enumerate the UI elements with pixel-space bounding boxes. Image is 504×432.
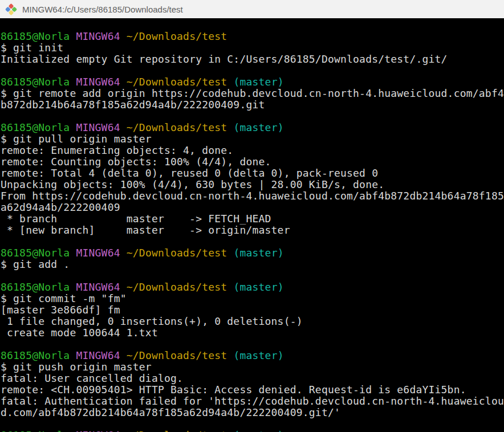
terminal-line: $ git push origin master bbox=[1, 361, 504, 373]
msys-diamond-icon bbox=[4, 2, 18, 16]
terminal-line: Unpacking objects: 100% (4/4), 630 bytes… bbox=[1, 179, 504, 190]
terminal-line: From https://codehub.devcloud.cn-north-4… bbox=[1, 190, 504, 202]
terminal-output[interactable]: 86185@Norla MINGW64 ~/Downloads/test$ gi… bbox=[0, 18, 504, 432]
terminal-line bbox=[1, 270, 504, 282]
window-title: MINGW64:/c/Users/86185/Downloads/test bbox=[22, 5, 183, 14]
terminal-line bbox=[1, 19, 504, 31]
terminal-line: remote: Counting objects: 100% (4/4), do… bbox=[1, 156, 504, 168]
terminal-line: * [new branch] master -> origin/master bbox=[1, 225, 504, 236]
terminal-line: 86185@Norla MINGW64 ~/Downloads/test (ma… bbox=[1, 282, 504, 293]
terminal-line: fatal: User cancelled dialog. bbox=[1, 373, 504, 384]
terminal-line: $ git remote add origin https://codehub.… bbox=[1, 88, 504, 99]
terminal-line: $ git commit -m "fm" bbox=[1, 293, 504, 304]
terminal-line bbox=[1, 236, 504, 247]
terminal-line: 86185@Norla MINGW64 ~/Downloads/test (ma… bbox=[1, 350, 504, 361]
terminal-line: [master 3e866df] fm bbox=[1, 304, 504, 316]
titlebar[interactable]: MINGW64:/c/Users/86185/Downloads/test bbox=[0, 0, 504, 18]
terminal-line: $ git add . bbox=[1, 259, 504, 270]
terminal-line: * branch master -> FETCH_HEAD bbox=[1, 213, 504, 225]
terminal-line: $ git pull origin master bbox=[1, 133, 504, 145]
terminal-line: remote: Enumerating objects: 4, done. bbox=[1, 145, 504, 156]
terminal-line: fatal: Authentication failed for 'https:… bbox=[1, 396, 504, 407]
terminal-line: remote: <CH.00905401> HTTP Basic: Access… bbox=[1, 384, 504, 396]
terminal-line: d.com/abf4b872db214b64a78f185a62d94a4b/2… bbox=[1, 407, 504, 418]
terminal-line: 86185@Norla MINGW64 ~/Downloads/test (ma… bbox=[1, 122, 504, 133]
terminal-line: remote: Total 4 (delta 0), reused 0 (del… bbox=[1, 168, 504, 179]
terminal-line: 86185@Norla MINGW64 ~/Downloads/test (ma… bbox=[1, 430, 504, 432]
terminal-line: create mode 100644 1.txt bbox=[1, 327, 504, 339]
terminal-line bbox=[1, 418, 504, 430]
terminal-line: a62d94a4b/222200409 bbox=[1, 202, 504, 213]
terminal-line: $ git init bbox=[1, 42, 504, 54]
terminal-line bbox=[1, 65, 504, 76]
terminal-line: b872db214b64a78f185a62d94a4b/222200409.g… bbox=[1, 99, 504, 111]
terminal-line: 86185@Norla MINGW64 ~/Downloads/test bbox=[1, 31, 504, 42]
terminal-line: 1 file changed, 0 insertions(+), 0 delet… bbox=[1, 316, 504, 327]
terminal-line bbox=[1, 111, 504, 122]
terminal-line: Initialized empty Git repository in C:/U… bbox=[1, 54, 504, 65]
terminal-line: 86185@Norla MINGW64 ~/Downloads/test (ma… bbox=[1, 76, 504, 88]
terminal-line bbox=[1, 339, 504, 350]
terminal-line: 86185@Norla MINGW64 ~/Downloads/test (ma… bbox=[1, 247, 504, 259]
